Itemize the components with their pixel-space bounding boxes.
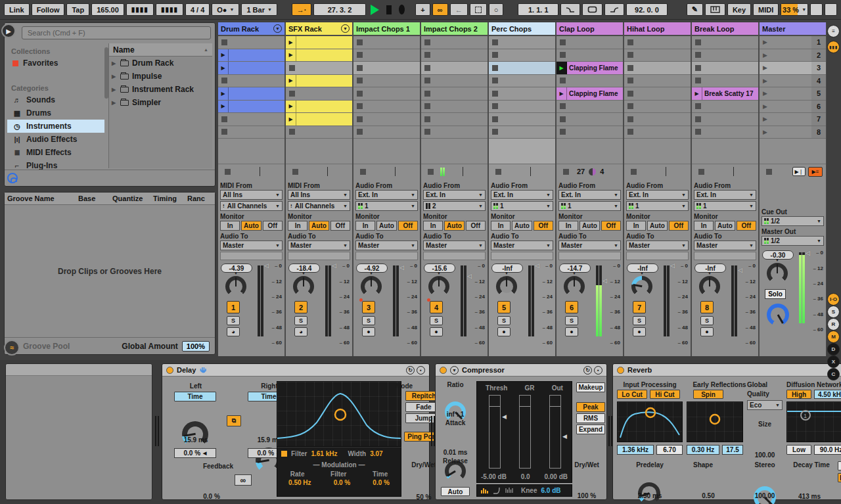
comp-peak-button[interactable]: Peak bbox=[576, 402, 605, 412]
arm-button[interactable]: ◕ bbox=[227, 327, 240, 336]
global-amount-value[interactable]: 100% bbox=[182, 341, 210, 352]
comp-out-bar[interactable] bbox=[549, 395, 561, 469]
groove-drop-zone[interactable]: Drop Clips or Grooves Here bbox=[5, 205, 215, 337]
comp-rms-button[interactable]: RMS bbox=[576, 413, 605, 423]
reverb-freeze-button[interactable]: Fr bbox=[838, 461, 841, 470]
re-enable-automation-button[interactable]: ← bbox=[450, 3, 468, 16]
clip-slot[interactable]: ▶ bbox=[218, 87, 284, 101]
reverb-spin-button[interactable]: Spin bbox=[693, 390, 723, 399]
clip-slot[interactable] bbox=[624, 62, 691, 75]
reverb-low-shelf-button[interactable]: Low bbox=[786, 445, 811, 455]
mixer-section-toggle-s[interactable]: S bbox=[827, 306, 840, 318]
clip-slot[interactable] bbox=[286, 87, 352, 101]
arm-button[interactable]: ● bbox=[497, 327, 511, 336]
clip-slot[interactable] bbox=[624, 75, 691, 88]
track-fold-button[interactable]: ▼ bbox=[273, 24, 282, 33]
overdub-button[interactable]: ∞ bbox=[432, 3, 448, 16]
clip-slot[interactable] bbox=[421, 49, 488, 62]
delay-width-value[interactable]: 3.07 bbox=[370, 450, 382, 457]
clip-launch-button[interactable]: ▶ bbox=[286, 101, 296, 113]
volume-slider-handle[interactable]: ◁ bbox=[602, 277, 607, 284]
clip-slot[interactable] bbox=[218, 126, 284, 139]
comp-thresh-slider[interactable]: ◀ bbox=[502, 413, 507, 420]
clip-slot[interactable] bbox=[489, 126, 555, 139]
clip-slot[interactable] bbox=[489, 87, 555, 101]
session-record-button[interactable]: ○ bbox=[489, 3, 504, 16]
col-quantize[interactable]: Quantize bbox=[110, 195, 150, 202]
input-type-select[interactable]: Ext. In▼ bbox=[558, 190, 621, 200]
clip-slot[interactable] bbox=[218, 75, 284, 88]
clip-launch-button[interactable]: ▶ bbox=[218, 87, 229, 100]
pan-knob[interactable]: ▼ bbox=[496, 276, 517, 297]
clip-slot[interactable] bbox=[421, 113, 488, 126]
output-select[interactable]: Master▼ bbox=[355, 241, 418, 250]
comp-knee-value[interactable]: 6.0 dB bbox=[541, 487, 560, 494]
monitor-in-button[interactable]: In bbox=[694, 221, 714, 231]
mixer-section-toggle-c[interactable]: C bbox=[827, 368, 840, 380]
key-map-button[interactable]: Key bbox=[727, 3, 751, 16]
reverb-quality-select[interactable]: Eco▼ bbox=[747, 400, 783, 410]
track-header[interactable]: Clap Loop bbox=[557, 22, 623, 36]
quantization-menu[interactable]: 1 Bar▼ bbox=[241, 3, 277, 16]
mixer-section-toggle-r[interactable]: R bbox=[827, 318, 840, 331]
delay-feedback-value[interactable]: 0.0 % bbox=[187, 493, 236, 500]
master-track-header[interactable]: Master bbox=[760, 22, 826, 36]
monitor-auto-button[interactable]: Auto bbox=[512, 221, 532, 231]
scene-slot[interactable]: ▶4 bbox=[760, 75, 826, 88]
track-header[interactable]: Impact Chops 2 bbox=[421, 22, 488, 36]
scene-launch-button[interactable]: ▶ bbox=[763, 129, 767, 135]
scene-launch-button[interactable]: ▶ bbox=[763, 116, 767, 122]
cue-out-select[interactable]: 1/2▼ bbox=[761, 216, 824, 226]
monitor-off-button[interactable]: Off bbox=[330, 221, 350, 231]
comp-drywet-value[interactable]: 100 % bbox=[567, 492, 606, 499]
clip-slot[interactable] bbox=[421, 75, 488, 88]
track-stop-button[interactable] bbox=[428, 169, 434, 175]
browser-item-instrument-rack[interactable]: ▶Instrument Rack bbox=[109, 83, 212, 96]
input-channel-select[interactable]: 2▼ bbox=[423, 201, 486, 211]
clip-slot[interactable] bbox=[489, 36, 555, 49]
follow-button[interactable]: Follow bbox=[32, 3, 65, 16]
reverb-predelay-value[interactable]: 2.50 ms bbox=[617, 492, 683, 499]
clip-slot[interactable] bbox=[421, 101, 488, 114]
solo-button[interactable]: S bbox=[362, 316, 375, 325]
pan-knob[interactable]: ▼ bbox=[361, 276, 382, 297]
volume-slider-handle[interactable]: ◁ bbox=[467, 273, 472, 279]
disclosure-triangle-icon[interactable]: ▶ bbox=[112, 60, 117, 66]
master-out-select[interactable]: 1/2▼ bbox=[761, 236, 824, 246]
reverb-input-freq[interactable]: 1.36 kHz bbox=[617, 445, 654, 455]
track-stop-button[interactable] bbox=[225, 169, 231, 175]
comp-display[interactable]: Thresh GR Out ◀ ◀ -5.00 dB 0.0 0.00 dB bbox=[476, 381, 572, 483]
solo-button[interactable]: S bbox=[430, 316, 443, 325]
activity-view-icon[interactable] bbox=[480, 487, 489, 494]
master-stop-button[interactable] bbox=[766, 169, 772, 175]
reverb-diffusion-display[interactable]: 1 bbox=[786, 401, 841, 442]
input-type-select[interactable]: All Ins▼ bbox=[288, 190, 350, 200]
track-activator-button[interactable]: 7 bbox=[633, 301, 646, 313]
track-stop-button[interactable] bbox=[563, 169, 569, 175]
track-activator-button[interactable]: 2 bbox=[294, 301, 307, 313]
input-channel-select[interactable]: 1▼ bbox=[626, 201, 689, 211]
input-type-select[interactable]: Ext. In▼ bbox=[626, 190, 689, 200]
mixer-section-toggle-io[interactable]: I·O bbox=[827, 293, 840, 306]
nudge-down-button[interactable]: ▮▮▮▮ bbox=[126, 3, 154, 16]
clip-slot[interactable] bbox=[624, 36, 691, 49]
clip-slot[interactable] bbox=[692, 126, 758, 139]
reverb-input-q[interactable]: 6.70 bbox=[656, 445, 683, 455]
clip-overview-toggle[interactable]: ≡ bbox=[827, 25, 840, 37]
clip-slot[interactable]: ▶ bbox=[218, 49, 284, 62]
comp-out-slider[interactable]: ◀ bbox=[562, 433, 567, 440]
compressor-title-bar[interactable]: ▼ Compressor ↻▪ bbox=[436, 364, 606, 377]
reverb-er-display[interactable] bbox=[687, 401, 743, 442]
browser-item-simpler[interactable]: ▶Simpler bbox=[109, 96, 212, 109]
scene-slot[interactable]: ▶8 bbox=[760, 126, 826, 139]
hot-swap-icon[interactable]: ↻ bbox=[406, 366, 415, 375]
hot-swap-icon[interactable]: ↻ bbox=[583, 366, 592, 375]
solo-button[interactable]: S bbox=[565, 316, 578, 325]
clip-slot[interactable]: ▶ bbox=[286, 113, 352, 126]
monitor-in-button[interactable]: In bbox=[558, 221, 578, 231]
clip-slot[interactable] bbox=[353, 126, 420, 139]
input-type-select[interactable]: Ext. In▼ bbox=[491, 190, 553, 200]
clip-launch-button[interactable]: ▶ bbox=[218, 49, 229, 62]
monitor-in-button[interactable]: In bbox=[288, 221, 307, 231]
volume-slider-handle[interactable]: ◁ bbox=[806, 250, 810, 256]
